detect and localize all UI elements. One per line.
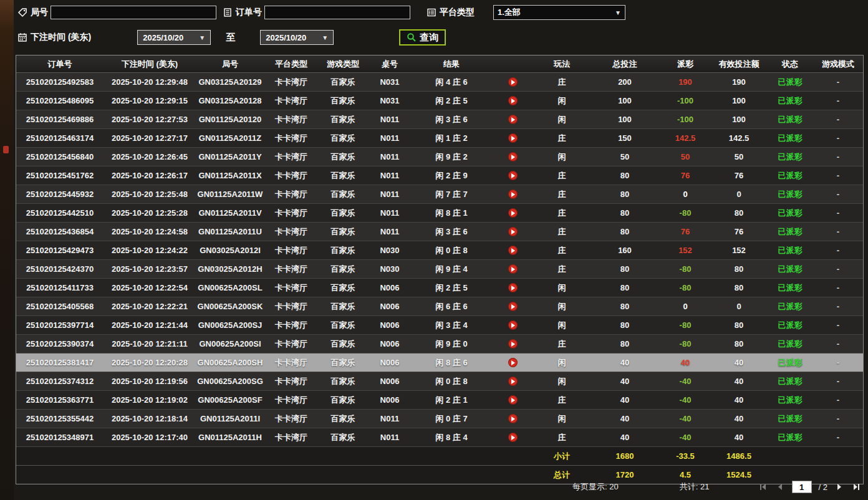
cell-platform: 卡卡湾厅 — [264, 92, 318, 110]
play-circle-icon[interactable] — [508, 246, 518, 255]
cell-time: 2025-10-20 12:25:48 — [104, 185, 196, 203]
play-circle-icon[interactable] — [508, 320, 518, 330]
play-circle-icon[interactable] — [508, 339, 518, 349]
query-button[interactable]: 查询 — [399, 29, 446, 46]
play-video-button[interactable] — [491, 185, 534, 203]
play-circle-icon[interactable] — [508, 264, 518, 274]
cell-mode: - — [813, 335, 863, 353]
cell-valid-bet: 76 — [711, 223, 767, 241]
order-no-label: 订单号 — [223, 7, 262, 18]
cell-valid-bet: 100 — [711, 110, 767, 128]
table-row[interactable]: 2510201254055682025-10-20 12:22:21GN0062… — [16, 297, 863, 316]
play-circle-icon[interactable] — [508, 414, 518, 423]
play-circle-icon[interactable] — [508, 208, 518, 218]
table-row[interactable]: 2510201254631742025-10-20 12:27:17GN0112… — [16, 129, 863, 148]
table-row[interactable]: 2510201253554422025-10-20 12:18:14GN0112… — [16, 410, 863, 428]
table-row[interactable]: 2510201254294732025-10-20 12:24:22GN0302… — [16, 241, 863, 260]
table-row[interactable]: 2510201253903742025-10-20 12:21:11GN0062… — [16, 335, 863, 353]
order-no-input[interactable] — [264, 6, 410, 19]
list-icon — [427, 7, 436, 17]
cell-time: 2025-10-20 12:21:11 — [104, 335, 196, 353]
page-number-input[interactable] — [792, 481, 812, 493]
play-video-button[interactable] — [491, 279, 534, 297]
play-circle-icon[interactable] — [508, 358, 518, 367]
cell-order: 251020125348971 — [16, 428, 104, 446]
cell-total-bet: 160 — [590, 241, 660, 259]
table-row[interactable]: 2510201254860952025-10-20 12:29:15GN0312… — [16, 92, 863, 110]
play-video-button[interactable] — [491, 166, 534, 185]
table-row[interactable]: 2510201253637712025-10-20 12:19:02GN0062… — [16, 391, 863, 410]
play-video-button[interactable] — [491, 335, 534, 353]
table-row[interactable]: 2510201254243702025-10-20 12:23:57GN0302… — [16, 260, 863, 279]
cell-valid-bet: 40 — [711, 391, 767, 409]
cell-mode: - — [813, 241, 863, 259]
play-circle-icon[interactable] — [508, 302, 518, 311]
cell-game-no: GN01125A2011V — [196, 204, 264, 222]
table-row[interactable]: 2510201254425102025-10-20 12:25:28GN0112… — [16, 204, 863, 223]
play-video-button[interactable] — [491, 353, 534, 372]
play-video-button[interactable] — [491, 223, 534, 241]
play-circle-icon[interactable] — [508, 96, 518, 105]
play-circle-icon[interactable] — [508, 171, 518, 180]
play-circle-icon[interactable] — [508, 152, 518, 161]
cell-payout: -40 — [660, 372, 711, 390]
play-video-button[interactable] — [491, 73, 534, 91]
header-bet-time: 下注时间 (美东) — [104, 55, 196, 72]
play-video-button[interactable] — [491, 372, 534, 390]
play-video-button[interactable] — [491, 391, 534, 409]
table-row[interactable]: 2510201254925832025-10-20 12:29:48GN0312… — [16, 73, 863, 92]
play-circle-icon[interactable] — [508, 190, 518, 199]
play-video-button[interactable] — [491, 410, 534, 428]
play-circle-icon[interactable] — [508, 395, 518, 405]
cell-mode: - — [813, 428, 863, 446]
game-no-input[interactable] — [51, 6, 216, 19]
cell-game-type: 百家乐 — [318, 204, 368, 222]
date-from-select[interactable]: 2025/10/20 ▼ — [137, 30, 211, 45]
prev-page-button[interactable] — [775, 482, 785, 492]
table-row[interactable]: 2510201254368542025-10-20 12:24:58GN0112… — [16, 223, 863, 241]
table-row[interactable]: 2510201254517622025-10-20 12:26:17GN0112… — [16, 166, 863, 185]
play-video-button[interactable] — [491, 92, 534, 110]
cell-result: 闲 2 庄 5 — [412, 279, 491, 297]
cell-play: 闲 — [534, 279, 590, 297]
cell-payout: -80 — [660, 335, 711, 353]
table-row[interactable]: 2510201253743122025-10-20 12:19:56GN0062… — [16, 372, 863, 391]
table-row[interactable]: 2510201254117332025-10-20 12:22:54GN0062… — [16, 279, 863, 297]
cell-game-no: GN00625A200SL — [196, 279, 264, 297]
cell-valid-bet: 152 — [711, 241, 767, 259]
table-row[interactable]: 2510201254568402025-10-20 12:26:45GN0112… — [16, 148, 863, 166]
play-video-button[interactable] — [491, 129, 534, 147]
cell-order: 251020125442510 — [16, 204, 104, 222]
play-video-button[interactable] — [491, 428, 534, 446]
cell-platform: 卡卡湾厅 — [264, 73, 318, 91]
play-circle-icon[interactable] — [508, 283, 518, 292]
table-row[interactable]: 2510201253489712025-10-20 12:17:40GN0112… — [16, 428, 863, 447]
platform-type-label: 平台类型 — [427, 7, 475, 18]
platform-type-select[interactable]: 1.全部 ▼ — [493, 5, 625, 20]
play-video-button[interactable] — [491, 316, 534, 334]
cell-game-no: GN01125A2011W — [196, 185, 264, 203]
play-video-button[interactable] — [491, 297, 534, 315]
play-video-button[interactable] — [491, 260, 534, 278]
play-circle-icon[interactable] — [508, 133, 518, 143]
date-to-select[interactable]: 2025/10/20 ▼ — [260, 30, 334, 45]
cell-mode: - — [813, 279, 863, 297]
play-video-button[interactable] — [491, 241, 534, 259]
play-circle-icon[interactable] — [508, 433, 518, 442]
table-row[interactable]: 2510201254459322025-10-20 12:25:48GN0112… — [16, 185, 863, 204]
table-row[interactable]: 2510201254698862025-10-20 12:27:53GN0112… — [16, 110, 863, 129]
play-video-button[interactable] — [491, 148, 534, 166]
cell-play: 闲 — [534, 316, 590, 334]
first-page-button[interactable] — [758, 482, 768, 492]
table-row[interactable]: 2510201253814172025-10-20 12:20:28GN0062… — [16, 353, 863, 372]
play-circle-icon[interactable] — [508, 77, 518, 87]
play-circle-icon[interactable] — [508, 227, 518, 236]
last-page-button[interactable] — [851, 482, 861, 492]
table-row[interactable]: 2510201253977142025-10-20 12:21:44GN0062… — [16, 316, 863, 335]
play-circle-icon[interactable] — [508, 115, 518, 124]
next-page-button[interactable] — [834, 482, 844, 492]
play-video-button[interactable] — [491, 110, 534, 128]
cell-total-bet: 40 — [590, 410, 660, 428]
play-video-button[interactable] — [491, 204, 534, 222]
play-circle-icon[interactable] — [508, 377, 518, 386]
